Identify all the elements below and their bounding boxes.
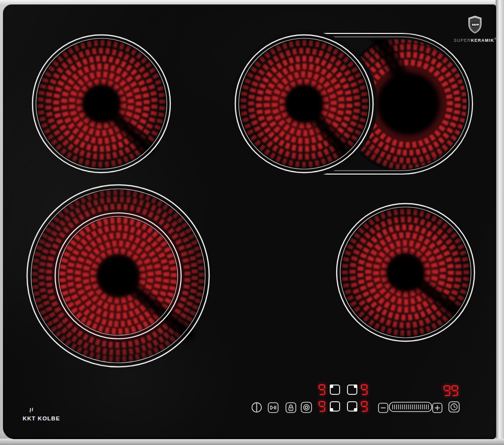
keep-warm-icon — [301, 402, 312, 413]
power-icon — [251, 401, 263, 414]
lock-icon — [285, 402, 296, 413]
zone-indicator-dot — [354, 385, 357, 388]
registered-mark: ® — [494, 37, 497, 40]
zone-select-back-left[interactable] — [330, 385, 340, 395]
zone-select-front-right[interactable] — [347, 401, 357, 412]
plus-button[interactable] — [432, 403, 442, 413]
stainless-frame-bottom — [0, 439, 504, 445]
front-left-power-display — [318, 401, 325, 412]
timer-button[interactable] — [448, 401, 460, 413]
superkeramik-badge: SUPERKERAMIK® — [454, 15, 496, 43]
zone-indicator-dot — [330, 385, 333, 388]
minus-icon — [378, 403, 388, 413]
timer-display — [443, 385, 458, 396]
lock-button[interactable] — [285, 402, 296, 413]
product-photo: SUPERKERAMIK® KKT KOLBE — [0, 0, 504, 445]
zone-select-front-left[interactable] — [330, 401, 340, 412]
front-right-power-display — [361, 401, 368, 412]
brand-name: KKT KOLBE — [23, 415, 60, 421]
back-right-power-display — [361, 384, 368, 395]
stainless-frame-right — [496, 0, 504, 445]
power-slider[interactable] — [389, 402, 432, 412]
slider-icon — [389, 402, 432, 412]
zone-select-back-right[interactable] — [347, 385, 357, 395]
steam-icon — [28, 404, 35, 414]
pause-button[interactable] — [268, 402, 279, 413]
ceramic-glass-surface — [3, 4, 496, 439]
keep-warm-button[interactable] — [301, 402, 312, 413]
back-left-power-display — [318, 384, 325, 395]
plus-icon — [432, 403, 442, 413]
badge-prefix: SUPER — [454, 38, 471, 43]
badge-text: SUPERKERAMIK® — [454, 37, 496, 43]
minus-button[interactable] — [378, 403, 388, 413]
brand-logo: KKT KOLBE — [23, 404, 60, 421]
play-pause-icon — [268, 402, 279, 413]
badge-suffix: KERAMIK — [471, 38, 494, 43]
power-button[interactable] — [251, 401, 263, 414]
clock-icon — [448, 401, 460, 413]
zone-indicator-dot — [354, 408, 357, 412]
shield-icon — [465, 15, 485, 34]
zone-indicator-dot — [330, 408, 333, 412]
